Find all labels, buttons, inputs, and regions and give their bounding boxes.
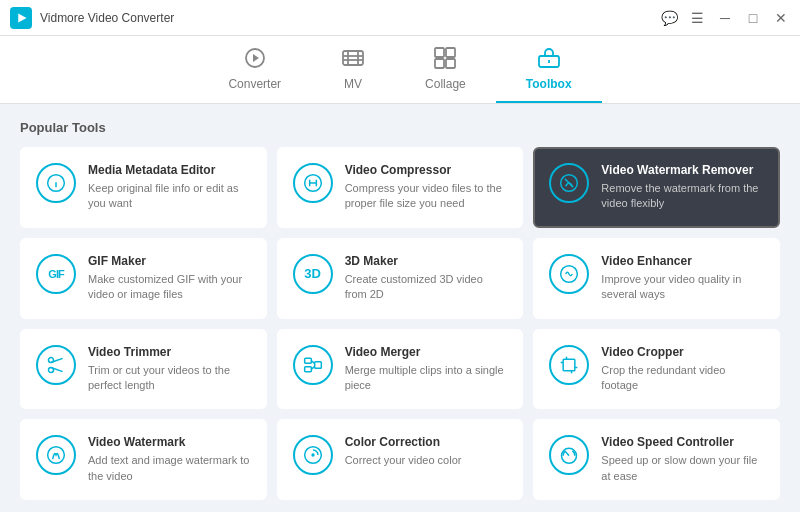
tool-name-video-compressor: Video Compressor xyxy=(345,163,508,177)
tool-name-video-cropper: Video Cropper xyxy=(601,345,764,359)
window-controls: 💬 ☰ ─ □ ✕ xyxy=(660,10,790,26)
tool-desc-color-correction: Correct your video color xyxy=(345,453,508,468)
tool-card-video-compressor[interactable]: Video Compressor Compress your video fil… xyxy=(277,147,524,228)
tab-collage[interactable]: Collage xyxy=(395,36,496,103)
tool-name-video-trimmer: Video Trimmer xyxy=(88,345,251,359)
tool-name-video-enhancer: Video Enhancer xyxy=(601,254,764,268)
close-icon[interactable]: ✕ xyxy=(772,10,790,26)
tool-card-video-trimmer[interactable]: Video Trimmer Trim or cut your videos to… xyxy=(20,329,267,410)
tool-desc-video-enhancer: Improve your video quality in several wa… xyxy=(601,272,764,303)
tool-card-3d-maker[interactable]: 3D 3D Maker Create customized 3D video f… xyxy=(277,238,524,319)
watermark-remove-icon xyxy=(549,163,589,203)
tool-name-3d-maker: 3D Maker xyxy=(345,254,508,268)
tool-info-video-compressor: Video Compressor Compress your video fil… xyxy=(345,163,508,212)
tool-desc-video-watermark-remover: Remove the watermark from the video flex… xyxy=(601,181,764,212)
minimize-icon[interactable]: ─ xyxy=(716,10,734,26)
tool-info-gif-maker: GIF Maker Make customized GIF with your … xyxy=(88,254,251,303)
tool-grid: Media Metadata Editor Keep original file… xyxy=(20,147,780,500)
tool-info-video-trimmer: Video Trimmer Trim or cut your videos to… xyxy=(88,345,251,394)
tool-desc-video-speed-controller: Speed up or slow down your file at ease xyxy=(601,453,764,484)
crop-icon xyxy=(549,345,589,385)
collage-icon xyxy=(433,46,457,73)
tool-card-media-metadata-editor[interactable]: Media Metadata Editor Keep original file… xyxy=(20,147,267,228)
converter-icon xyxy=(243,46,267,73)
menu-icon[interactable]: ☰ xyxy=(688,10,706,26)
tab-collage-label: Collage xyxy=(425,77,466,91)
trim-icon xyxy=(36,345,76,385)
tab-toolbox-label: Toolbox xyxy=(526,77,572,91)
tab-converter-label: Converter xyxy=(228,77,281,91)
3d-icon: 3D xyxy=(293,254,333,294)
svg-marker-3 xyxy=(253,54,259,62)
tool-name-gif-maker: GIF Maker xyxy=(88,254,251,268)
gif-icon: GIF xyxy=(36,254,76,294)
tool-info-video-merger: Video Merger Merge multiple clips into a… xyxy=(345,345,508,394)
svg-rect-34 xyxy=(563,359,575,371)
section-title: Popular Tools xyxy=(20,120,780,135)
tool-card-video-speed-controller[interactable]: Video Speed Controller Speed up or slow … xyxy=(533,419,780,500)
tool-info-video-enhancer: Video Enhancer Improve your video qualit… xyxy=(601,254,764,303)
color-icon xyxy=(293,435,333,475)
tab-mv-label: MV xyxy=(344,77,362,91)
svg-rect-11 xyxy=(435,59,444,68)
tool-desc-video-watermark: Add text and image watermark to the vide… xyxy=(88,453,251,484)
tool-card-video-enhancer[interactable]: Video Enhancer Improve your video qualit… xyxy=(533,238,780,319)
tool-name-color-correction: Color Correction xyxy=(345,435,508,449)
tool-desc-video-compressor: Compress your video files to the proper … xyxy=(345,181,508,212)
svg-rect-30 xyxy=(304,366,311,371)
tool-card-video-watermark[interactable]: Video Watermark Add text and image water… xyxy=(20,419,267,500)
svg-rect-29 xyxy=(304,358,311,363)
tool-name-video-watermark: Video Watermark xyxy=(88,435,251,449)
info-icon xyxy=(36,163,76,203)
enhance-icon xyxy=(549,254,589,294)
tool-card-color-correction[interactable]: Color Correction Correct your video colo… xyxy=(277,419,524,500)
tool-info-video-cropper: Video Cropper Crop the redundant video f… xyxy=(601,345,764,394)
tool-name-media-metadata-editor: Media Metadata Editor xyxy=(88,163,251,177)
mv-icon xyxy=(341,46,365,73)
svg-point-42 xyxy=(562,449,577,464)
tool-card-video-cropper[interactable]: Video Cropper Crop the redundant video f… xyxy=(533,329,780,410)
tool-card-video-watermark-remover[interactable]: Video Watermark Remover Remove the water… xyxy=(533,147,780,228)
tool-name-video-watermark-remover: Video Watermark Remover xyxy=(601,163,764,177)
tool-info-video-speed-controller: Video Speed Controller Speed up or slow … xyxy=(601,435,764,484)
merge-icon xyxy=(293,345,333,385)
svg-rect-31 xyxy=(314,361,321,368)
compress-icon xyxy=(293,163,333,203)
tool-desc-media-metadata-editor: Keep original file info or edit as you w… xyxy=(88,181,251,212)
tool-info-video-watermark: Video Watermark Add text and image water… xyxy=(88,435,251,484)
tool-desc-video-merger: Merge multiple clips into a single piece xyxy=(345,363,508,394)
app-logo-icon xyxy=(10,7,32,29)
tab-converter[interactable]: Converter xyxy=(198,36,311,103)
titlebar: Vidmore Video Converter 💬 ☰ ─ □ ✕ xyxy=(0,0,800,36)
tool-info-3d-maker: 3D Maker Create customized 3D video from… xyxy=(345,254,508,303)
tab-toolbox[interactable]: Toolbox xyxy=(496,36,602,103)
maximize-icon[interactable]: □ xyxy=(744,10,762,26)
tool-desc-gif-maker: Make customized GIF with your video or i… xyxy=(88,272,251,303)
svg-rect-9 xyxy=(435,48,444,57)
tool-name-video-speed-controller: Video Speed Controller xyxy=(601,435,764,449)
svg-rect-12 xyxy=(446,59,455,68)
tool-name-video-merger: Video Merger xyxy=(345,345,508,359)
nav-tabs: Converter MV Collage xyxy=(0,36,800,104)
tool-info-media-metadata-editor: Media Metadata Editor Keep original file… xyxy=(88,163,251,212)
speech-bubble-icon[interactable]: 💬 xyxy=(660,10,678,26)
tool-info-video-watermark-remover: Video Watermark Remover Remove the water… xyxy=(601,163,764,212)
toolbox-icon xyxy=(537,46,561,73)
tool-desc-video-trimmer: Trim or cut your videos to the perfect l… xyxy=(88,363,251,394)
watermark-icon xyxy=(36,435,76,475)
tool-info-color-correction: Color Correction Correct your video colo… xyxy=(345,435,508,468)
svg-rect-4 xyxy=(343,51,363,65)
tool-card-video-merger[interactable]: Video Merger Merge multiple clips into a… xyxy=(277,329,524,410)
tool-card-gif-maker[interactable]: GIF GIF Maker Make customized GIF with y… xyxy=(20,238,267,319)
tool-desc-3d-maker: Create customized 3D video from 2D xyxy=(345,272,508,303)
svg-rect-10 xyxy=(446,48,455,57)
speed-icon xyxy=(549,435,589,475)
main-content: Popular Tools Media Metadata Editor Keep… xyxy=(0,104,800,512)
tool-desc-video-cropper: Crop the redundant video footage xyxy=(601,363,764,394)
tab-mv[interactable]: MV xyxy=(311,36,395,103)
app-title: Vidmore Video Converter xyxy=(40,11,660,25)
svg-point-41 xyxy=(311,454,314,457)
